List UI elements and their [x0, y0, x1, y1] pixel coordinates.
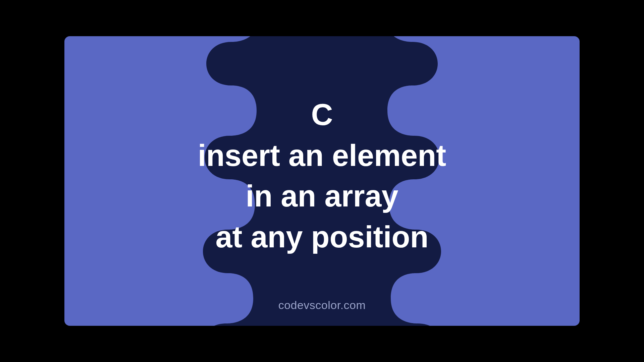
attribution-text: codevscolor.com — [64, 299, 580, 312]
title-line-3: in an array — [198, 176, 446, 217]
banner-card: C insert an element in an array at any p… — [64, 36, 580, 326]
title-content: C insert an element in an array at any p… — [64, 36, 580, 326]
title-line-2: insert an element — [198, 135, 446, 176]
title-text-block: C insert an element in an array at any p… — [198, 95, 446, 257]
title-line-1: C — [198, 95, 446, 135]
title-line-4: at any position — [198, 217, 446, 258]
